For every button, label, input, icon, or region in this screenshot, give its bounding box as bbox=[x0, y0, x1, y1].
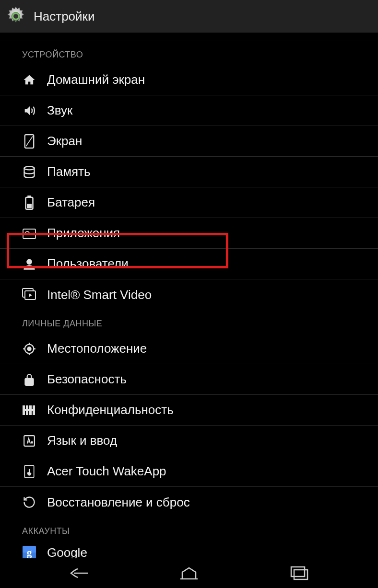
svg-rect-24 bbox=[294, 570, 307, 579]
svg-point-8 bbox=[26, 259, 32, 265]
item-label: Звук bbox=[47, 103, 72, 118]
app-title: Настройки bbox=[34, 9, 95, 24]
nav-back-button[interactable] bbox=[64, 564, 93, 583]
settings-gear-icon bbox=[5, 5, 27, 27]
google-icon: g bbox=[22, 545, 36, 558]
item-label: Acer Touch WakeApp bbox=[47, 464, 166, 479]
item-security[interactable]: Безопасность bbox=[0, 364, 378, 395]
item-location[interactable]: Местоположение bbox=[0, 334, 378, 364]
svg-rect-6 bbox=[27, 204, 32, 208]
users-icon bbox=[22, 257, 36, 271]
svg-rect-23 bbox=[291, 567, 305, 576]
svg-rect-21 bbox=[31, 441, 33, 443]
svg-point-13 bbox=[28, 347, 31, 350]
item-backup-reset[interactable]: Восстановление и сброс bbox=[0, 487, 378, 518]
item-label: Восстановление и сброс bbox=[47, 495, 190, 510]
item-wakeapp[interactable]: Acer Touch WakeApp bbox=[0, 456, 378, 487]
svg-point-3 bbox=[24, 166, 35, 170]
touch-icon bbox=[22, 464, 36, 479]
item-label: Приложения bbox=[47, 226, 120, 241]
item-battery[interactable]: Батарея bbox=[0, 187, 378, 218]
item-label: Безопасность bbox=[47, 372, 127, 387]
sound-icon bbox=[22, 104, 36, 118]
peek-row bbox=[0, 33, 378, 41]
restore-icon bbox=[22, 495, 36, 509]
item-label: Местоположение bbox=[47, 341, 147, 356]
item-intel-video[interactable]: Intel® Smart Video bbox=[0, 279, 378, 310]
item-label: Intel® Smart Video bbox=[47, 288, 152, 302]
item-label: Экран bbox=[47, 134, 82, 149]
section-header-device: УСТРОЙСТВО bbox=[0, 41, 378, 65]
item-storage[interactable]: Память bbox=[0, 157, 378, 187]
section-header-personal: ЛИЧНЫЕ ДАННЫЕ bbox=[0, 310, 378, 334]
svg-rect-14 bbox=[25, 378, 33, 385]
item-users[interactable]: Пользователи bbox=[0, 249, 378, 279]
display-icon bbox=[22, 134, 36, 149]
svg-rect-19 bbox=[23, 409, 35, 411]
item-privacy[interactable]: Конфиденциальность bbox=[0, 395, 378, 426]
item-label: Пользователи bbox=[47, 256, 129, 271]
item-sound[interactable]: Звук bbox=[0, 95, 378, 126]
storage-icon bbox=[22, 165, 36, 179]
section-header-accounts: АККАУНТЫ bbox=[0, 518, 378, 541]
item-language[interactable]: Язык и ввод bbox=[0, 426, 378, 456]
item-label: Google bbox=[47, 545, 87, 559]
item-apps[interactable]: Приложения bbox=[0, 218, 378, 249]
item-label: Домашний экран bbox=[47, 72, 145, 87]
privacy-icon bbox=[22, 403, 36, 417]
nav-recent-button[interactable] bbox=[285, 564, 314, 583]
item-label: Язык и ввод bbox=[47, 433, 117, 448]
home-icon bbox=[22, 73, 36, 87]
navigation-bar bbox=[0, 558, 378, 588]
app-header: Настройки bbox=[0, 0, 378, 33]
location-icon bbox=[22, 342, 36, 356]
nav-home-button[interactable] bbox=[175, 564, 203, 583]
intel-video-icon bbox=[22, 288, 36, 302]
item-label: Батарея bbox=[47, 195, 95, 210]
svg-rect-7 bbox=[23, 229, 35, 239]
item-display[interactable]: Экран bbox=[0, 126, 378, 157]
item-label: Память bbox=[47, 164, 91, 179]
item-label: Конфиденциальность bbox=[47, 403, 174, 417]
lock-icon bbox=[22, 372, 36, 387]
item-google[interactable]: g Google bbox=[0, 541, 378, 558]
svg-rect-5 bbox=[28, 196, 31, 197]
language-icon bbox=[22, 434, 36, 448]
svg-point-1 bbox=[13, 14, 18, 19]
battery-icon bbox=[22, 196, 36, 210]
settings-list: УСТРОЙСТВО Домашний экран Звук Экран bbox=[0, 33, 378, 558]
apps-icon bbox=[22, 226, 36, 241]
item-home-screen[interactable]: Домашний экран bbox=[0, 65, 378, 95]
